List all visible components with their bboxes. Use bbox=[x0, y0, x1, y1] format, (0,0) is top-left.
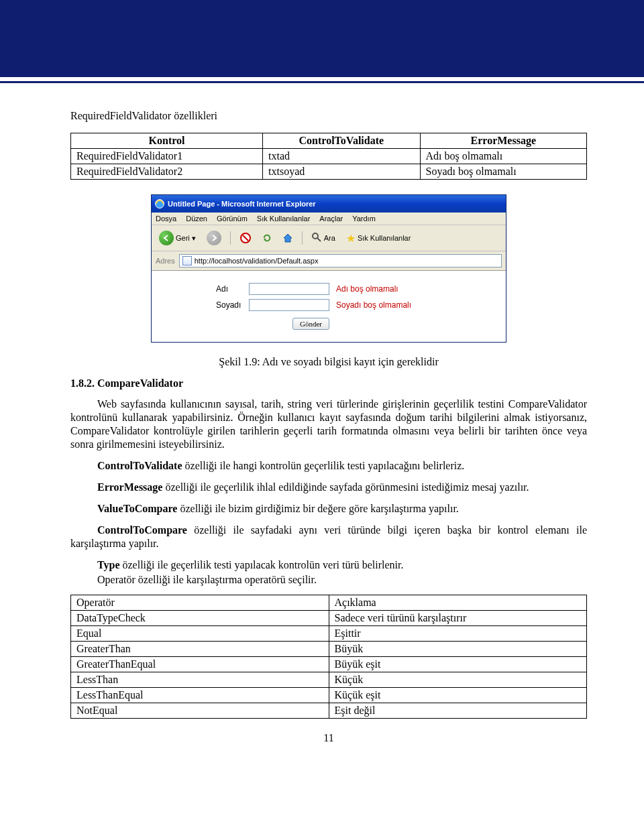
t2-r2c0: GreaterThan bbox=[71, 642, 329, 657]
table1-r0c0: RequiredFieldValidator1 bbox=[71, 149, 263, 164]
submit-button[interactable]: Gönder bbox=[292, 318, 329, 330]
p6-rest: özelliği ile geçerlilik testi yapılacak … bbox=[119, 559, 403, 571]
t2-r1c1: Eşittir bbox=[329, 626, 587, 642]
t2-r6c0: NotEqual bbox=[71, 703, 329, 719]
operator-table: Operatör Açıklama DataTypeCheckSadece ve… bbox=[70, 595, 587, 719]
home-icon bbox=[282, 233, 293, 243]
page-icon bbox=[182, 256, 192, 265]
browser-title: Untitled Page - Microsoft Internet Explo… bbox=[168, 200, 316, 208]
menu-edit[interactable]: Düzen bbox=[186, 215, 207, 223]
t2-r1c0: Equal bbox=[71, 626, 329, 642]
browser-toolbar: Geri ▾ bbox=[152, 225, 506, 251]
menu-file[interactable]: Dosya bbox=[156, 215, 176, 223]
t2-r0c1: Sadece veri türünü karşılaştırır bbox=[329, 611, 587, 626]
table1-r1c1: txtsoyad bbox=[263, 164, 420, 180]
validator-table: Kontrol ControlToValidate ErrorMessage R… bbox=[70, 133, 587, 180]
figure-caption: Şekil 1.9: Adı ve soyadı bilgisi kayıt i… bbox=[70, 356, 587, 368]
menu-help[interactable]: Yardım bbox=[352, 215, 376, 223]
section-title: RequiredFieldValidator özellikleri bbox=[70, 110, 587, 122]
t2-r0c0: DataTypeCheck bbox=[71, 611, 329, 626]
t2-r3c0: GreaterThanEqual bbox=[71, 657, 329, 672]
search-label: Ara bbox=[324, 234, 335, 242]
p4-rest: özelliği ile bizim girdiğimiz bir değere… bbox=[177, 503, 458, 514]
p3-rest: özelliği ile geçerlilik ihlal edildiğind… bbox=[162, 481, 529, 493]
star-icon: ★ bbox=[346, 232, 356, 245]
p6-bold: Type bbox=[97, 559, 119, 571]
paragraph-5: ControlToCompare özelliği ile sayfadaki … bbox=[70, 524, 587, 550]
table1-r0c2: Adı boş olmamalı bbox=[420, 149, 586, 164]
table1-r0c1: txtad bbox=[263, 149, 420, 164]
paragraph-3: ErrorMessage özelliği ile geçerlilik ihl… bbox=[70, 481, 587, 494]
p5-bold: ControlToCompare bbox=[97, 524, 187, 536]
paragraph-4: ValueToCompare özelliği ile bizim girdiğ… bbox=[70, 502, 587, 516]
table1-r1c0: RequiredFieldValidator2 bbox=[71, 164, 263, 180]
surname-error: Soyadı boş olmamalı bbox=[336, 300, 457, 310]
table1-h2: ErrorMessage bbox=[420, 133, 586, 149]
page-viewport: Adı Adı boş olmamalı Soyadı Soyadı boş o… bbox=[152, 271, 506, 342]
name-input[interactable] bbox=[249, 283, 329, 295]
paragraph-2: ControlToValidate özelliği ile hangi kon… bbox=[70, 459, 587, 473]
chevron-down-icon: ▾ bbox=[192, 234, 196, 243]
refresh-button[interactable] bbox=[259, 231, 275, 245]
t2-r4c0: LessThan bbox=[71, 672, 329, 688]
menu-favorites[interactable]: Sık Kullanılanlar bbox=[257, 215, 311, 223]
back-label: Geri bbox=[176, 234, 190, 242]
header-band bbox=[0, 0, 644, 77]
surname-input[interactable] bbox=[249, 299, 329, 311]
t2-r4c1: Küçük bbox=[329, 672, 587, 688]
p4-bold: ValueToCompare bbox=[97, 503, 177, 514]
table1-r1c2: Soyadı boş olmamalı bbox=[420, 164, 586, 180]
p3-bold: ErrorMessage bbox=[97, 481, 162, 493]
t2-r5c1: Küçük eşit bbox=[329, 688, 587, 703]
favorites-button[interactable]: ★ Sık Kullanılanlar bbox=[343, 230, 415, 247]
svg-point-3 bbox=[313, 233, 318, 239]
toolbar-separator bbox=[230, 231, 231, 245]
forward-icon bbox=[207, 231, 221, 245]
browser-titlebar: Untitled Page - Microsoft Internet Explo… bbox=[152, 195, 506, 213]
menu-tools[interactable]: Araçlar bbox=[319, 215, 343, 223]
browser-window: Untitled Page - Microsoft Internet Explo… bbox=[151, 194, 506, 343]
back-button[interactable]: Geri ▾ bbox=[156, 229, 199, 247]
table2-h0: Operatör bbox=[71, 595, 329, 611]
stop-button[interactable] bbox=[236, 230, 255, 246]
paragraph-7: Operatör özelliği ile karşılaştırma oper… bbox=[70, 573, 587, 587]
table1-h0: Kontrol bbox=[71, 133, 263, 149]
header-line bbox=[0, 81, 644, 83]
stop-icon bbox=[239, 232, 252, 244]
back-icon bbox=[159, 231, 174, 245]
ie-icon bbox=[154, 198, 165, 209]
toolbar-separator-2 bbox=[302, 231, 303, 245]
home-button[interactable] bbox=[279, 231, 297, 245]
table1-h1: ControlToValidate bbox=[263, 133, 420, 149]
search-button[interactable]: Ara bbox=[308, 230, 339, 246]
p2-bold: ControlToValidate bbox=[97, 460, 182, 471]
t2-r5c0: LessThanEqual bbox=[71, 688, 329, 703]
address-bar: Adres http://localhost/validation/Defaul… bbox=[152, 251, 506, 271]
p2-rest: özelliği ile hangi kontrolün geçerlilik … bbox=[182, 460, 465, 471]
search-icon bbox=[311, 232, 322, 244]
name-error: Adı boş olmamalı bbox=[336, 284, 457, 294]
svg-line-4 bbox=[317, 238, 321, 241]
t2-r3c1: Büyük eşit bbox=[329, 657, 587, 672]
address-label: Adres bbox=[156, 257, 175, 265]
refresh-icon bbox=[262, 233, 272, 243]
paragraph-6: Type özelliği ile geçerlilik testi yapıl… bbox=[70, 558, 587, 572]
t2-r2c1: Büyük bbox=[329, 642, 587, 657]
address-input[interactable]: http://localhost/validation/Default.aspx bbox=[179, 254, 502, 267]
paragraph-1: Web sayfasında kullanıcının sayısal, tar… bbox=[70, 398, 587, 451]
favorites-label: Sık Kullanılanlar bbox=[358, 234, 411, 242]
page-number: 11 bbox=[70, 732, 587, 744]
form-label-surname: Soyadı bbox=[212, 300, 249, 310]
t2-r6c1: Eşit değil bbox=[329, 703, 587, 719]
form-label-name: Adı bbox=[212, 284, 249, 294]
table2-h1: Açıklama bbox=[329, 595, 587, 611]
forward-button[interactable] bbox=[203, 229, 225, 247]
browser-menubar: Dosya Düzen Görünüm Sık Kullanılanlar Ar… bbox=[152, 213, 506, 225]
address-url: http://localhost/validation/Default.aspx bbox=[195, 257, 319, 265]
menu-view[interactable]: Görünüm bbox=[217, 215, 248, 223]
subheading: 1.8.2. CompareValidator bbox=[70, 377, 587, 389]
